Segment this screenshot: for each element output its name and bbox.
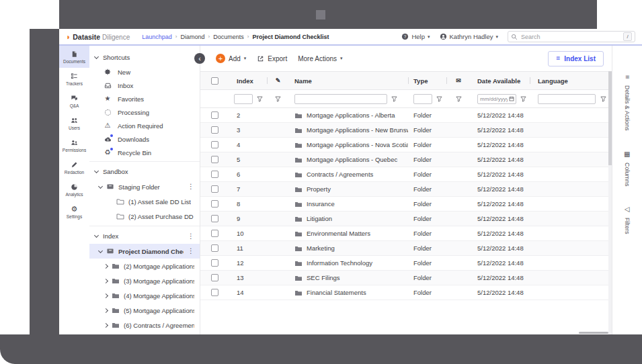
row-checkbox[interactable]: [211, 141, 218, 148]
name-filter-input[interactable]: [294, 94, 387, 104]
shortcuts-section-header[interactable]: Shortcuts: [89, 50, 200, 65]
table-row[interactable]: 10 Environmental Matters Folder 5/12/202…: [200, 226, 612, 241]
row-checkbox[interactable]: [211, 200, 218, 208]
user-menu-button[interactable]: Kathryn Hadley ▾: [440, 33, 498, 40]
add-button[interactable]: + Add ▾: [216, 54, 246, 63]
chevron-down-icon[interactable]: [98, 183, 103, 188]
right-tab-filters[interactable]: ▽ Filters: [624, 206, 631, 234]
index-section-header[interactable]: Index ⋮: [89, 228, 200, 244]
column-header-name[interactable]: Name: [289, 72, 408, 89]
chevron-right-icon[interactable]: [104, 278, 108, 283]
table-row[interactable]: 2 Mortgage Applications - Alberta Folder…: [200, 108, 612, 123]
more-actions-button[interactable]: More Actions ▾: [298, 55, 342, 62]
row-checkbox[interactable]: [211, 185, 218, 193]
shortcut-item-recycle-bin[interactable]: ♻ Recycle Bin: [89, 146, 200, 159]
language-filter-input[interactable]: [538, 94, 596, 104]
tree-item-6-contracts-agreements[interactable]: (6) Contracts / Agreements: [89, 318, 200, 332]
horizontal-scrollbar-thumb[interactable]: [579, 332, 608, 334]
tree-item-staging-folder[interactable]: Staging Folder ⋮: [89, 179, 200, 194]
index-list-button[interactable]: ≡ Index List: [548, 51, 604, 66]
chevron-down-icon[interactable]: [98, 248, 103, 253]
vertical-scrollbar-thumb[interactable]: [608, 71, 612, 165]
tree-item-2-mortgage-applications-al[interactable]: (2) Mortgage Applications - Al...: [89, 259, 200, 273]
row-checkbox[interactable]: [211, 171, 218, 178]
filter-funnel-icon[interactable]: [391, 96, 397, 102]
shortcut-item-action-required[interactable]: ⚠ Action Required: [89, 119, 200, 132]
table-row[interactable]: 14 Financial Statements Folder 5/12/2022…: [200, 285, 612, 300]
shortcut-item-processing[interactable]: Processing: [89, 105, 200, 119]
column-header-language[interactable]: Language: [530, 72, 612, 89]
index-filter-input[interactable]: [234, 94, 253, 104]
kebab-menu-icon[interactable]: ⋮: [188, 183, 194, 190]
table-row[interactable]: 13 SEC Filings Folder 5/12/2022 14:48: [200, 271, 612, 285]
row-checkbox[interactable]: [211, 289, 218, 296]
row-checkbox[interactable]: [211, 156, 218, 163]
column-header-date-available[interactable]: Date Available: [471, 72, 530, 89]
tree-item-3-mortgage-applications-n[interactable]: (3) Mortgage Applications - N...: [89, 273, 200, 288]
filter-funnel-icon[interactable]: [275, 96, 281, 102]
rail-item-permissions[interactable]: Permissions: [59, 134, 89, 156]
filter-funnel-icon[interactable]: [520, 96, 526, 102]
rail-item-settings[interactable]: ⚙ Settings: [59, 201, 89, 223]
shortcut-item-new[interactable]: New: [89, 65, 200, 79]
filter-funnel-icon[interactable]: [456, 96, 462, 102]
sandbox-section-header[interactable]: Sandbox: [89, 164, 200, 179]
date-filter-input[interactable]: [477, 94, 516, 104]
tree-item-1-asset-sale-dd-list[interactable]: (1) Asset Sale DD List: [89, 194, 200, 209]
table-row[interactable]: 12 Information Technology Folder 5/12/20…: [200, 256, 612, 271]
rail-item-trackers[interactable]: Trackers: [59, 68, 89, 90]
rail-item-q-a[interactable]: Q&A: [59, 90, 89, 112]
table-row[interactable]: 5 Mortgage Applications - Quebec Folder …: [200, 152, 612, 167]
back-button[interactable]: ‹: [194, 53, 205, 64]
right-tab-details-actions[interactable]: ≡ Details & Actions: [624, 74, 631, 131]
filter-funnel-icon[interactable]: [436, 96, 442, 102]
row-checkbox[interactable]: [211, 274, 218, 281]
chevron-right-icon[interactable]: [104, 263, 108, 268]
type-filter-input[interactable]: [413, 94, 432, 104]
rail-item-redaction[interactable]: Redaction: [59, 156, 89, 179]
breadcrumb-item-project-diamond-checklist[interactable]: Project Diamond Checklist: [252, 34, 329, 40]
row-checkbox[interactable]: [211, 230, 218, 237]
breadcrumb-item-launchpad[interactable]: Launchpad: [142, 34, 172, 40]
chevron-right-icon[interactable]: [104, 293, 108, 298]
search-input[interactable]: [521, 34, 620, 40]
shortcut-item-favorites[interactable]: ★ Favorites: [89, 92, 200, 105]
table-row[interactable]: 7 Property Folder 5/12/2022 14:48: [200, 182, 612, 197]
column-header-type[interactable]: Type: [408, 72, 446, 89]
breadcrumb-item-documents[interactable]: Documents: [213, 34, 244, 40]
shortcut-item-downloads[interactable]: Downloads: [89, 132, 200, 146]
row-checkbox[interactable]: [211, 126, 218, 134]
select-all-checkbox[interactable]: [211, 77, 218, 85]
rail-item-analytics[interactable]: Analytics: [59, 179, 89, 201]
table-row[interactable]: 3 Mortgage Applications - New Brunswi...…: [200, 123, 612, 138]
breadcrumb-item-diamond[interactable]: Diamond: [180, 34, 204, 40]
help-button[interactable]: ? Help ▾: [401, 33, 430, 40]
row-checkbox[interactable]: [211, 244, 218, 252]
table-row[interactable]: 9 Litigation Folder 5/12/2022 14:48: [200, 212, 612, 226]
table-row[interactable]: 4 Mortgage Applications - Nova Scotia Fo…: [200, 138, 612, 152]
tree-item-7-property[interactable]: (7) Property: [89, 332, 200, 334]
rail-item-users[interactable]: Users: [59, 112, 89, 134]
row-checkbox[interactable]: [211, 111, 218, 119]
filter-funnel-icon[interactable]: [257, 96, 263, 102]
tree-item-5-mortgage-applications-q[interactable]: (5) Mortgage Applications - Q...: [89, 303, 200, 318]
table-row[interactable]: 11 Marketing Folder 5/12/2022 14:48: [200, 241, 612, 256]
table-row[interactable]: 8 Insurance Folder 5/12/2022 14:48: [200, 197, 612, 212]
kebab-menu-icon[interactable]: ⋮: [188, 248, 194, 255]
table-row[interactable]: 6 Contracts / Agreements Folder 5/12/202…: [200, 167, 612, 182]
kebab-menu-icon[interactable]: ⋮: [188, 233, 194, 240]
export-button[interactable]: Export: [257, 55, 287, 62]
row-checkbox[interactable]: [211, 259, 218, 267]
chevron-right-icon[interactable]: [104, 308, 108, 312]
tree-item-2-asset-purchase-dd-list[interactable]: (2) Asset Purchase DD List: [89, 209, 200, 224]
filter-funnel-icon[interactable]: [600, 96, 606, 102]
column-header-index[interactable]: Index: [229, 72, 267, 89]
rail-item-documents[interactable]: Documents: [59, 46, 89, 68]
row-checkbox[interactable]: [211, 215, 218, 222]
right-tab-columns[interactable]: ▦ Columns: [624, 151, 631, 187]
tree-item-project-diamond-checklist[interactable]: Project Diamond Checklist ⋮: [89, 244, 200, 259]
chevron-right-icon[interactable]: [104, 322, 108, 327]
tree-item-4-mortgage-applications-n[interactable]: (4) Mortgage Applications - N...: [89, 288, 200, 303]
search-box[interactable]: /: [508, 31, 635, 42]
shortcut-item-inbox[interactable]: Inbox: [89, 79, 200, 92]
